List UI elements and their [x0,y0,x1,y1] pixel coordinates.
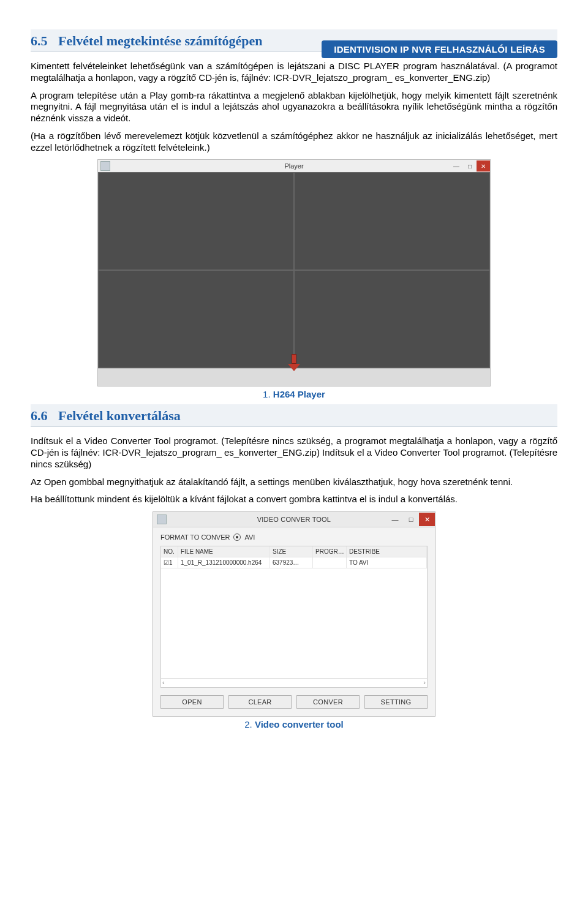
col-no: NO. [161,546,178,557]
col-size: SIZE [270,546,313,557]
scroll-right-icon[interactable]: › [423,679,426,687]
caption-text: Video converter tool [255,719,344,729]
figure-caption-1: 1. H264 Player [31,389,557,399]
maximize-icon[interactable]: □ [403,513,419,526]
converter-screenshot: VIDEO CONVER TOOL — □ ✕ FORMAT TO CONVER… [153,511,435,717]
annotation-arrow-icon [287,354,301,371]
cell-filename: 1_01_R_131210000000.h264 [178,557,270,568]
maximize-icon[interactable]: □ [463,160,477,172]
cell-progress [313,557,347,568]
radio-avi[interactable] [233,533,241,541]
cell-size: 637923… [270,557,313,568]
player-title: Player [284,162,303,170]
minimize-icon[interactable]: — [387,513,403,526]
table-row[interactable]: 1 1_01_R_131210000000.h264 637923… TO AV… [161,557,427,568]
row-checkbox[interactable]: 1 [161,557,178,568]
close-icon[interactable]: ✕ [419,513,435,526]
format-label: FORMAT TO CONVER [160,533,230,541]
table-header: NO. FILE NAME SIZE PROGR… DESTRIBE [161,546,427,557]
paragraph: (Ha a rögzítőben lévő merevelemezt kötjü… [31,130,557,154]
section-heading-6-6: 6.6 Felvétel konvertálása [31,404,557,427]
clear-button[interactable]: CLEAR [228,695,292,709]
open-button[interactable]: OPEN [160,695,224,709]
section-number: 6.5 [31,33,48,48]
converter-titlebar: VIDEO CONVER TOOL — □ ✕ [153,512,435,527]
paragraph: Ha beállítottunk mindent és kijelöltük a… [31,494,557,505]
player-video-grid [98,172,490,368]
paragraph: Kimentett felvételeinket lehetőségünk va… [31,61,557,84]
scroll-left-icon[interactable]: ‹ [162,679,165,687]
paragraph: Indítsuk el a Video Converter Tool progr… [31,435,557,470]
caption-text: H264 Player [273,389,325,399]
conver-button[interactable]: CONVER [296,695,360,709]
section-title: Felvétel megtekintése számítógépen [58,33,263,48]
section-number: 6.6 [31,408,48,423]
paragraph: A program telepítése után a Play gomb-ra… [31,90,557,124]
figure-caption-2: 2. Video converter tool [31,719,557,729]
scrollbar-horizontal[interactable]: ‹ › [161,678,427,687]
paragraph: Az Open gombbal megnyithatjuk az átalakí… [31,477,557,488]
minimize-icon[interactable]: — [450,160,463,172]
caption-number: 2. [244,719,252,729]
col-destribe: DESTRIBE [347,546,427,557]
section-title: Felvétel konvertálása [58,408,181,423]
app-icon [157,515,167,524]
setting-button[interactable]: SETTING [364,695,428,709]
player-titlebar: Player — □ ✕ [98,160,490,172]
app-icon [100,161,110,171]
cell-destribe: TO AVI [347,557,427,568]
header-badge: IDENTIVISION IP NVR FELHASZNÁLÓI LEÍRÁS [322,40,557,58]
converter-title: VIDEO CONVER TOOL [257,516,331,523]
caption-number: 1. [263,389,271,399]
col-progress: PROGR… [313,546,347,557]
player-screenshot: Player — □ ✕ [97,159,491,386]
format-option-avi: AVI [244,533,255,541]
close-icon[interactable]: ✕ [477,160,490,172]
converter-table: NO. FILE NAME SIZE PROGR… DESTRIBE 1 1_0… [160,546,428,688]
format-row: FORMAT TO CONVER AVI [160,533,428,541]
col-filename: FILE NAME [178,546,270,557]
player-controls-bar[interactable] [98,368,490,386]
